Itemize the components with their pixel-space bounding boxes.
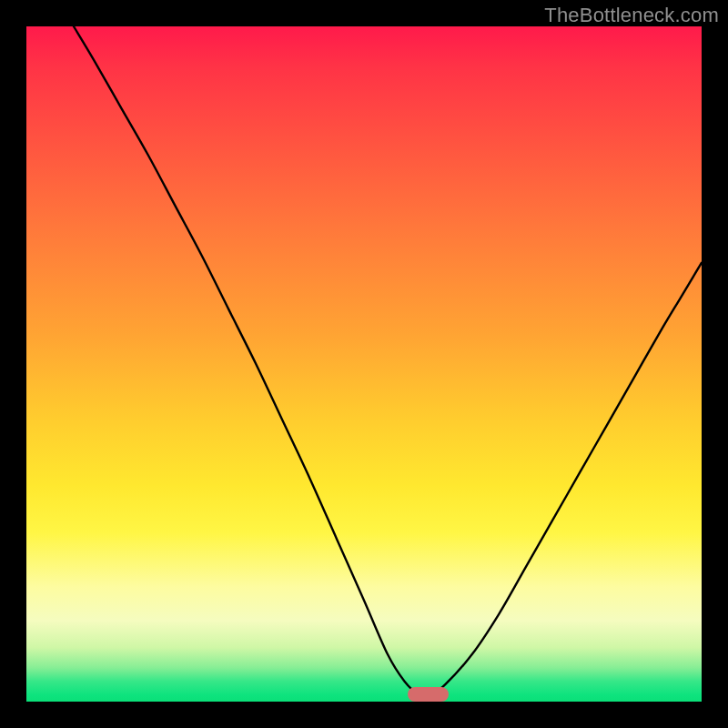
chart-frame: TheBottleneck.com: [0, 0, 728, 728]
bottleneck-curve: [74, 26, 702, 695]
watermark-text: TheBottleneck.com: [544, 4, 719, 27]
curve-svg: [26, 26, 702, 702]
minimum-marker: [408, 687, 449, 702]
plot-area: [26, 26, 702, 702]
